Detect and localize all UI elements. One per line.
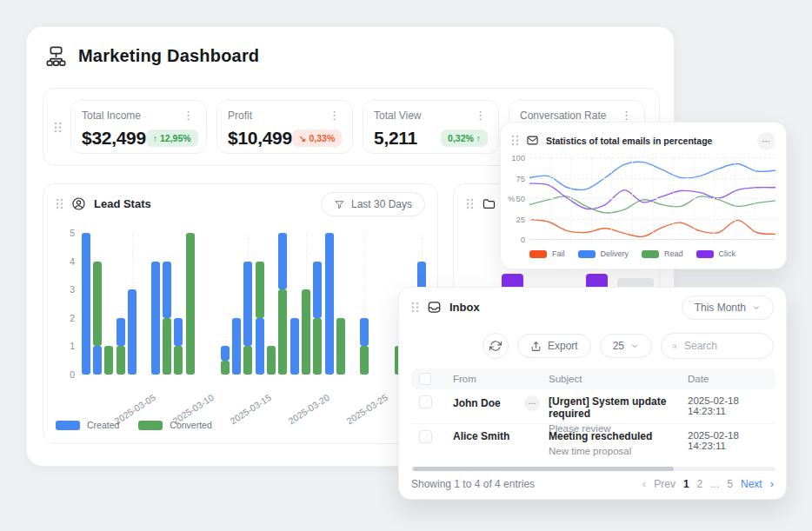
sender-name: Alice Smith [453, 430, 509, 442]
row-actions-button[interactable]: ⋯ [524, 395, 540, 411]
prev-button[interactable]: Prev [654, 478, 676, 490]
row-checkbox[interactable] [419, 430, 432, 443]
pagination: ‹ Prev 12...5 Next › [642, 477, 774, 490]
chevron-left-icon[interactable]: ‹ [642, 477, 646, 490]
y-tick-label: 0 [52, 369, 75, 380]
bar-segment [256, 318, 264, 375]
column-header-date: Date [688, 374, 775, 384]
page-button[interactable]: 2 [697, 478, 703, 490]
sitemap-icon [44, 44, 68, 68]
legend-item: Converted [138, 420, 211, 430]
grid-line [632, 157, 633, 239]
search-input[interactable] [684, 340, 762, 352]
chevron-right-icon[interactable]: › [770, 477, 774, 490]
bar-segment [360, 318, 369, 347]
bar-segment [82, 233, 90, 375]
bar-segment [221, 346, 230, 360]
bar-segment [163, 262, 171, 318]
bar-segment [186, 233, 195, 375]
x-tick-label: 2025-03-20 [286, 392, 331, 426]
drag-handle-icon[interactable] [411, 302, 419, 313]
legend-item: Click [696, 249, 736, 258]
page-button[interactable]: 5 [727, 478, 733, 490]
table-row[interactable]: John Doe ⋯ [Urgent] System update requir… [411, 389, 775, 424]
period-select[interactable]: This Month [682, 295, 774, 320]
drag-handle-icon[interactable] [511, 135, 519, 146]
y-tick-label: 2 [52, 313, 75, 323]
table-header-row: From Subject Date [411, 368, 775, 389]
kebab-menu-icon[interactable]: ⋮ [473, 111, 488, 120]
legend-swatch [578, 250, 596, 258]
bar-segment [278, 233, 287, 289]
bar-segment [290, 318, 299, 375]
kebab-menu-icon[interactable]: ⋮ [327, 111, 342, 120]
page-button[interactable]: ... [710, 478, 719, 490]
bar-segment [174, 346, 183, 375]
grid-line [694, 157, 695, 239]
y-tick-label: 4 [52, 256, 75, 267]
bar-segment [232, 318, 241, 375]
legend-label: Created [87, 420, 119, 430]
lead-y-axis: 012345 [52, 233, 75, 375]
email-legend: FailDeliveryReadClick [529, 249, 735, 258]
row-checkbox[interactable] [419, 395, 432, 408]
legend-item: Read [642, 249, 683, 258]
inbox-card: Inbox This Month Export 25 [398, 287, 787, 500]
search-box [661, 333, 774, 359]
export-button[interactable]: Export [517, 334, 591, 358]
legend-item: Created [56, 420, 119, 430]
next-button[interactable]: Next [741, 478, 762, 490]
stat-value: $10,499 [228, 128, 292, 149]
search-icon [672, 341, 677, 352]
inbox-title: Inbox [449, 301, 480, 314]
date-filter-button[interactable]: Last 30 Days [321, 192, 425, 216]
stat-value: 5,211 [374, 128, 417, 149]
bar-segment [151, 262, 160, 375]
scrollbar-thumb[interactable] [413, 467, 674, 471]
legend-label: Fail [552, 249, 565, 258]
legend-swatch [138, 421, 163, 430]
stat-card-total-view: Total View ⋮ 5,211 0,32% ↑ [363, 100, 499, 154]
bar-segment [116, 346, 125, 375]
column-header-subject: Subject [549, 374, 688, 384]
bar-segment [243, 262, 252, 347]
bar-segment [325, 233, 334, 375]
legend-label: Click [719, 249, 736, 258]
kebab-menu-icon[interactable]: ⋮ [181, 111, 196, 120]
bar-segment [221, 361, 230, 375]
grid-line [735, 157, 735, 239]
bar-segment [93, 262, 102, 347]
grid-line [570, 157, 571, 239]
drag-handle-icon[interactable] [54, 122, 62, 133]
trend-badge: ↘ 0,33% [292, 129, 343, 147]
period-label: This Month [695, 302, 746, 314]
select-all-checkbox[interactable] [419, 373, 431, 385]
refresh-icon [489, 340, 502, 352]
folder-icon [482, 196, 496, 211]
email-subject: [Urgent] System update required [549, 395, 688, 420]
inbox-icon [427, 300, 442, 315]
more-options-button[interactable]: ⋯ [757, 132, 775, 150]
column-header-from: From [453, 374, 549, 384]
bar-segment [163, 318, 171, 375]
bar-segment [302, 289, 310, 375]
export-label: Export [548, 340, 578, 352]
chevron-down-icon [752, 303, 761, 312]
grid-line [550, 157, 551, 239]
stat-label: Profit [228, 110, 252, 122]
chevron-down-icon [630, 342, 639, 350]
lead-stats-card: Lead Stats Last 30 Days 012345 2025-03-0… [43, 183, 438, 444]
y-tick-label: 1 [52, 341, 75, 351]
y-tick-label: 0 [506, 235, 525, 244]
page-button[interactable]: 1 [683, 478, 689, 490]
bar-segment [267, 346, 276, 375]
drag-handle-icon[interactable] [56, 198, 63, 209]
kebab-menu-icon[interactable]: ⋮ [619, 111, 634, 120]
refresh-button[interactable] [483, 333, 509, 359]
lead-bar-chart [80, 233, 428, 375]
bar-segment [128, 289, 136, 375]
inbox-toolbar: Export 25 [483, 333, 774, 359]
page-size-select[interactable]: 25 [600, 334, 652, 358]
drag-handle-icon[interactable] [466, 198, 474, 209]
email-subject: Meeting rescheduled [549, 430, 688, 442]
